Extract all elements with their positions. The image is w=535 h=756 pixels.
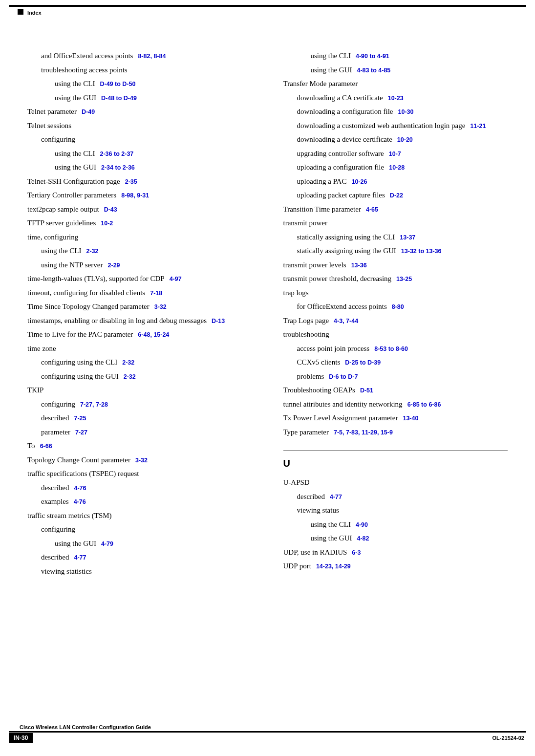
index-ref[interactable]: D-49 xyxy=(82,108,95,115)
index-ref[interactable]: D-43 xyxy=(104,206,117,213)
index-ref[interactable]: 6-3 xyxy=(352,549,361,556)
index-text: timeout, configuring for disabled client… xyxy=(27,289,145,297)
index-entry: UDP port14-23, 14-29 xyxy=(283,559,508,573)
index-text: downloading a configuration file xyxy=(297,108,393,115)
index-text: traffic specifications (TSPEC) request xyxy=(27,470,139,477)
index-ref[interactable]: D-6 to D-7 xyxy=(329,373,358,380)
index-entry: transmit power threshold, decreasing13-2… xyxy=(283,272,508,286)
index-ref[interactable]: 8-98, 9-31 xyxy=(121,192,149,199)
index-text: uploading packet capture files xyxy=(297,191,385,199)
index-ref[interactable]: 4-82 xyxy=(357,535,369,542)
header-label: Index xyxy=(27,10,42,16)
index-entry: Tx Power Level Assignment parameter13-40 xyxy=(283,411,508,425)
index-entry: using the CLI2-32 xyxy=(41,244,252,258)
index-ref[interactable]: 2-36 to 2-37 xyxy=(100,151,134,157)
index-text: transmit power threshold, decreasing xyxy=(283,275,392,282)
index-ref[interactable]: 8-80 xyxy=(392,303,404,310)
index-ref[interactable]: 4-97 xyxy=(170,276,182,282)
top-rule xyxy=(9,5,526,7)
index-entry: for OfficeExtend access points8-80 xyxy=(297,300,508,314)
index-ref[interactable]: 3-32 xyxy=(135,457,148,464)
index-ref[interactable]: 2-32 xyxy=(122,359,134,366)
index-text: configuring using the GUI xyxy=(41,372,119,380)
index-ref[interactable]: 8-53 to 8-60 xyxy=(374,346,408,352)
index-ref[interactable]: 13-36 xyxy=(351,262,367,269)
index-text: Telnet-SSH Configuration page xyxy=(27,177,120,185)
index-entry: Tertiary Controller parameters8-98, 9-31 xyxy=(27,188,252,202)
index-ref[interactable]: D-48 to D-49 xyxy=(101,95,137,102)
index-ref[interactable]: 7-27 xyxy=(75,429,87,436)
index-ref[interactable]: 4-90 xyxy=(356,521,368,528)
index-entry: transmit power xyxy=(283,216,508,230)
index-ref[interactable]: 13-37 xyxy=(400,234,415,241)
index-ref[interactable]: 4-3, 7-44 xyxy=(334,318,358,324)
index-text: configuring using the CLI xyxy=(41,358,117,366)
index-ref[interactable]: 7-25 xyxy=(74,415,86,422)
index-entry: downloading a configuration file10-30 xyxy=(297,105,508,119)
index-ref[interactable]: 4-76 xyxy=(74,485,86,492)
index-ref[interactable]: 7-18 xyxy=(150,290,162,297)
index-text: time-length-values (TLVs), supported for… xyxy=(27,275,165,282)
index-ref[interactable]: 4-65 xyxy=(366,206,378,213)
index-ref[interactable]: 10-28 xyxy=(389,164,405,171)
index-entry: and OfficeExtend access points8-82, 8-84 xyxy=(41,49,252,63)
index-text: using the CLI xyxy=(41,247,82,255)
index-ref[interactable]: 4-90 to 4-91 xyxy=(356,53,389,60)
index-ref[interactable]: 4-77 xyxy=(74,554,86,561)
index-ref[interactable]: 2-34 to 2-36 xyxy=(101,164,135,171)
index-ref[interactable]: 10-2 xyxy=(101,220,113,227)
index-text: parameter xyxy=(41,428,70,436)
index-text: time, configuring xyxy=(27,233,78,241)
index-ref[interactable]: 7-27, 7-28 xyxy=(80,401,108,408)
index-ref[interactable]: D-25 to D-39 xyxy=(345,359,381,366)
index-entry: U-APSD xyxy=(283,475,508,490)
index-entry: timestamps, enabling or disabling in log… xyxy=(27,314,252,328)
index-ref[interactable]: 4-83 to 4-85 xyxy=(357,67,391,74)
index-ref[interactable]: 4-77 xyxy=(330,494,342,500)
index-ref[interactable]: D-51 xyxy=(360,387,373,394)
index-ref[interactable]: 4-79 xyxy=(101,540,113,547)
index-entry: statically assigning using the CLI13-37 xyxy=(297,230,508,244)
index-entry: Time to Live for the PAC parameter6-48, … xyxy=(27,327,252,342)
index-ref[interactable]: 13-40 xyxy=(403,415,418,422)
index-text: problems xyxy=(297,372,324,380)
index-ref[interactable]: D-49 to D-50 xyxy=(100,81,136,87)
index-ref[interactable]: 14-23, 14-29 xyxy=(316,563,351,570)
index-entry: configuring using the CLI2-32 xyxy=(41,355,252,369)
index-ref[interactable]: 7-5, 7-83, 11-29, 15-9 xyxy=(334,429,393,436)
index-entry: problemsD-6 to D-7 xyxy=(297,369,508,384)
index-ref[interactable]: 3-32 xyxy=(154,303,167,310)
index-text: for OfficeExtend access points xyxy=(297,302,387,310)
index-ref[interactable]: 2-35 xyxy=(125,178,137,185)
index-ref[interactable]: 11-21 xyxy=(470,123,486,130)
index-text: TFTP server guidelines xyxy=(27,219,96,227)
index-ref[interactable]: 2-32 xyxy=(86,248,99,255)
index-entry: To6-66 xyxy=(27,439,252,453)
index-entry: statically assigning using the GUI13-32 … xyxy=(297,244,508,258)
index-ref[interactable]: 6-85 to 6-86 xyxy=(407,401,441,408)
index-ref[interactable]: 10-30 xyxy=(398,108,414,115)
index-ref[interactable]: 10-20 xyxy=(397,136,413,143)
index-text: downloading a CA certificate xyxy=(297,94,383,102)
index-text: Topology Change Count parameter xyxy=(27,456,130,464)
index-text: and OfficeExtend access points xyxy=(41,52,133,60)
index-ref[interactable]: 10-7 xyxy=(389,151,401,157)
index-ref[interactable]: 4-76 xyxy=(74,498,86,505)
index-ref[interactable]: 10-23 xyxy=(388,95,404,102)
index-ref[interactable]: 8-82, 8-84 xyxy=(138,53,166,60)
index-ref[interactable]: 10-26 xyxy=(351,178,367,185)
index-ref[interactable]: D-22 xyxy=(390,192,403,199)
index-ref[interactable]: 13-25 xyxy=(396,276,412,282)
index-ref[interactable]: 6-66 xyxy=(40,443,52,450)
index-ref[interactable]: 13-32 to 13-36 xyxy=(401,248,442,255)
index-ref[interactable]: D-13 xyxy=(212,318,225,324)
index-entry: time-length-values (TLVs), supported for… xyxy=(27,272,252,286)
index-entry: UDP, use in RADIUS6-3 xyxy=(283,545,508,560)
index-text: access point join process xyxy=(297,345,370,352)
index-ref[interactable]: 2-32 xyxy=(124,373,136,380)
index-ref[interactable]: 2-29 xyxy=(108,262,120,269)
footer-title: Cisco Wireless LAN Controller Configurat… xyxy=(9,724,526,733)
index-entry: traffic stream metrics (TSM) xyxy=(27,509,252,523)
index-ref[interactable]: 6-48, 15-24 xyxy=(138,331,169,338)
index-entry: downloading a customized web authenticat… xyxy=(297,119,508,133)
